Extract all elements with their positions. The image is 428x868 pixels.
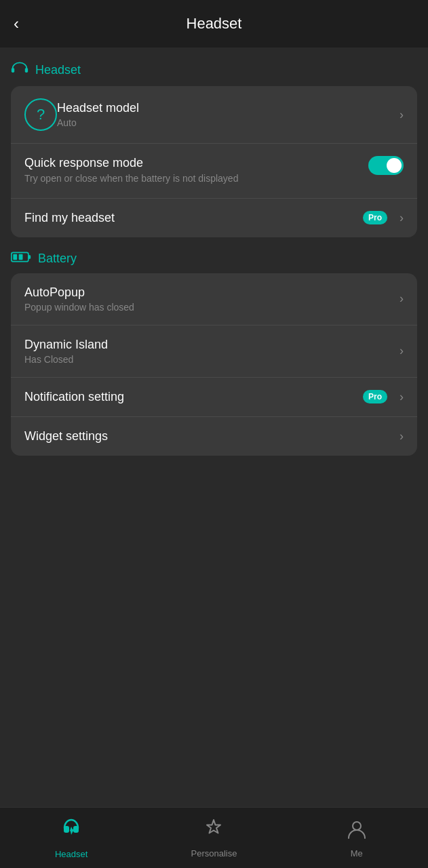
headset-model-title: Headset model <box>57 101 393 115</box>
personalise-tab-icon <box>202 818 225 846</box>
headset-card: ? Headset model Auto › Quick response mo… <box>11 86 417 237</box>
page-title: Headset <box>187 15 242 33</box>
notification-setting-item[interactable]: Notification setting Pro › <box>11 377 417 416</box>
autopopup-text: AutoPopup Popup window has closed <box>24 285 393 313</box>
tab-bar: Headset Personalise Me <box>0 807 428 868</box>
svg-rect-4 <box>19 254 23 259</box>
main-content: Headset ? Headset model Auto › Quick res… <box>0 47 428 537</box>
dynamic-island-text: Dynamic Island Has Closed <box>24 338 393 365</box>
me-tab-label: Me <box>351 848 363 859</box>
quick-response-toggle-container <box>368 156 404 178</box>
headset-model-icon: ? <box>24 98 57 131</box>
tab-headset[interactable]: Headset <box>0 812 142 865</box>
find-headset-item[interactable]: Find my headset Pro › <box>11 198 417 237</box>
tab-me[interactable]: Me <box>286 812 428 864</box>
autopopup-title: AutoPopup <box>24 285 393 300</box>
find-headset-text: Find my headset <box>24 211 363 225</box>
tab-personalise[interactable]: Personalise <box>142 812 285 864</box>
battery-card: AutoPopup Popup window has closed › Dyna… <box>11 273 417 456</box>
headset-section-icon <box>11 61 28 79</box>
notification-setting-chevron: › <box>400 390 404 404</box>
headset-model-chevron: › <box>400 108 404 122</box>
battery-section-icon <box>11 251 31 267</box>
find-headset-title: Find my headset <box>24 211 363 225</box>
svg-rect-1 <box>25 68 28 73</box>
notification-pro-badge: Pro <box>363 390 387 403</box>
me-tab-icon <box>345 818 368 846</box>
quick-response-content: Quick response mode Try open or close wh… <box>24 156 404 186</box>
dynamic-island-item[interactable]: Dynamic Island Has Closed › <box>11 325 417 377</box>
headset-section-header: Headset <box>11 61 417 79</box>
svg-rect-0 <box>12 68 14 73</box>
headset-tab-icon <box>59 817 83 846</box>
find-headset-chevron: › <box>400 211 404 225</box>
notification-setting-text: Notification setting <box>24 390 363 404</box>
quick-response-item: Quick response mode Try open or close wh… <box>11 143 417 198</box>
widget-settings-item[interactable]: Widget settings › <box>11 416 417 456</box>
headset-model-text: Headset model Auto <box>57 101 393 128</box>
personalise-tab-label: Personalise <box>191 848 237 859</box>
svg-rect-5 <box>28 255 31 259</box>
notification-setting-title: Notification setting <box>24 390 363 404</box>
quick-response-toggle[interactable] <box>368 156 404 175</box>
widget-settings-text: Widget settings <box>24 429 393 443</box>
dynamic-island-chevron: › <box>400 344 404 358</box>
battery-section-header: Battery <box>11 251 417 267</box>
headset-model-item[interactable]: ? Headset model Auto › <box>11 86 417 143</box>
quick-response-subtitle: Try open or close when the battery is no… <box>24 172 238 186</box>
dynamic-island-title: Dynamic Island <box>24 338 393 352</box>
back-button[interactable]: ‹ <box>14 14 19 33</box>
autopopup-chevron: › <box>400 292 404 306</box>
headset-section-title: Headset <box>35 63 81 77</box>
header: ‹ Headset <box>0 0 428 47</box>
autopopup-item[interactable]: AutoPopup Popup window has closed › <box>11 273 417 325</box>
headset-tab-label: Headset <box>55 849 87 859</box>
headset-model-subtitle: Auto <box>57 117 393 128</box>
quick-response-title: Quick response mode <box>24 156 238 170</box>
widget-settings-title: Widget settings <box>24 429 393 443</box>
battery-section-title: Battery <box>38 252 77 266</box>
widget-settings-chevron: › <box>400 429 404 443</box>
find-headset-pro-badge: Pro <box>363 211 387 224</box>
svg-point-8 <box>353 822 361 830</box>
dynamic-island-subtitle: Has Closed <box>24 354 393 365</box>
svg-rect-3 <box>13 254 17 259</box>
autopopup-subtitle: Popup window has closed <box>24 302 393 313</box>
